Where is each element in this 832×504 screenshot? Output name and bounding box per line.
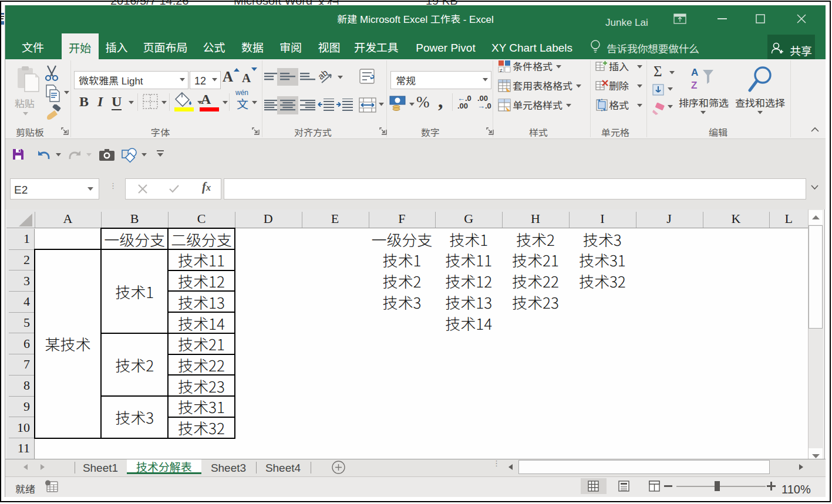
svg-text:≠: ≠	[500, 66, 503, 73]
svg-text:Z: Z	[691, 80, 697, 91]
svg-text:A: A	[691, 67, 698, 78]
